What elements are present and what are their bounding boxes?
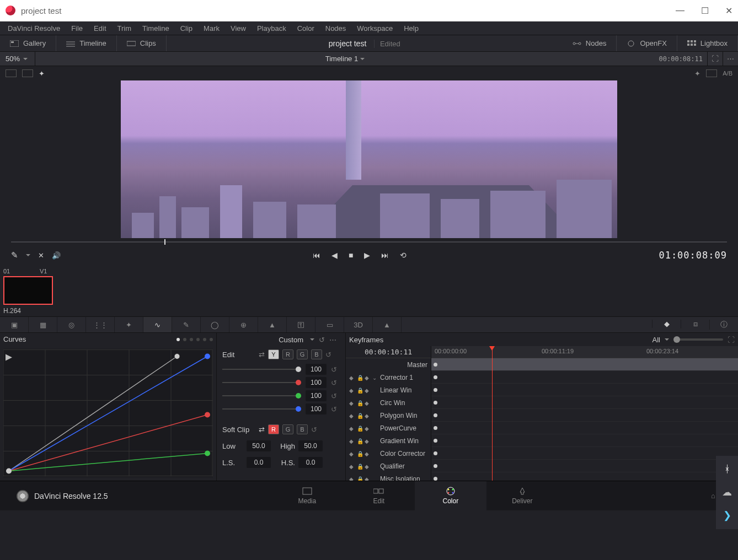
- menu-nodes[interactable]: Nodes: [320, 24, 352, 33]
- playhead-icon[interactable]: [164, 239, 165, 245]
- curves-mode[interactable]: Custom: [279, 336, 303, 344]
- keyframe-zoom-slider[interactable]: [673, 338, 723, 341]
- scrubber[interactable]: [0, 238, 738, 246]
- reset-icon[interactable]: ↺: [325, 351, 334, 359]
- timeline-selector[interactable]: Timeline 1: [35, 55, 655, 63]
- minimize-button[interactable]: —: [676, 6, 684, 16]
- expand-icon[interactable]: ⛶: [728, 336, 735, 344]
- menu-playback[interactable]: Playback: [252, 24, 292, 33]
- gallery-button[interactable]: Gallery: [0, 35, 56, 51]
- keyframe-track-gradientwin[interactable]: ◆🔒◆Gradient Win: [346, 434, 431, 447]
- color-match-tab[interactable]: ▦: [29, 317, 57, 332]
- menu-trim[interactable]: Trim: [112, 24, 137, 33]
- softclip-r-button[interactable]: R: [268, 424, 279, 434]
- channel-b-button[interactable]: B: [311, 349, 322, 359]
- primary-bars-tab[interactable]: ⋮⋮: [86, 317, 115, 332]
- play-button[interactable]: ▶: [364, 251, 370, 260]
- source-timecode[interactable]: 01:00:08:09: [659, 250, 727, 261]
- menu-file[interactable]: File: [66, 24, 88, 33]
- viewer[interactable]: [0, 80, 738, 238]
- intensity-b-value[interactable]: 100: [306, 403, 327, 414]
- intensity-r-value[interactable]: 100: [306, 377, 327, 388]
- split-left-button[interactable]: [6, 69, 17, 77]
- nodes-button[interactable]: Nodes: [563, 35, 617, 51]
- unmix-icon[interactable]: ✕: [38, 251, 44, 260]
- maximize-button[interactable]: ☐: [701, 6, 709, 16]
- keyframe-track-polygonwin[interactable]: ◆🔒◆Polygon Win: [346, 409, 431, 422]
- color-wheels-tab[interactable]: ◎: [57, 317, 86, 332]
- intensity-g-value[interactable]: 100: [306, 390, 327, 401]
- keyframe-timecode[interactable]: 00:00:10:11: [346, 346, 431, 358]
- cloud-icon[interactable]: ☁: [722, 486, 732, 498]
- openfx-button[interactable]: OpenFX: [617, 35, 677, 51]
- intensity-y-value[interactable]: 100: [306, 364, 327, 375]
- split-screen-button[interactable]: [706, 69, 717, 77]
- stereo-tab[interactable]: 3D: [344, 317, 373, 332]
- keyframes-filter[interactable]: All: [653, 336, 660, 344]
- reset-icon[interactable]: ↺: [331, 379, 340, 387]
- intensity-y-slider[interactable]: [222, 369, 301, 370]
- channel-r-button[interactable]: R: [282, 349, 293, 359]
- channel-y-button[interactable]: Y: [268, 349, 279, 359]
- options-icon[interactable]: ⋯: [329, 336, 336, 344]
- clips-button[interactable]: Clips: [117, 35, 167, 51]
- record-timecode[interactable]: 00:00:08:11: [655, 55, 707, 63]
- loop-button[interactable]: ⟲: [400, 251, 407, 260]
- ab-label[interactable]: A/B: [723, 70, 732, 77]
- keyframe-track-misc[interactable]: ◆🔒◆Misc Isolation: [346, 472, 431, 481]
- edit-page-tab[interactable]: Edit: [343, 481, 415, 510]
- menu-davinci[interactable]: DaVinci Resolve: [2, 24, 66, 33]
- menu-view[interactable]: View: [225, 24, 252, 33]
- reset-icon[interactable]: ↺: [319, 336, 325, 344]
- keyframe-ruler[interactable]: 00:00:00:00 00:00:11:19 00:00:23:14: [431, 346, 738, 358]
- keyframe-track-powercurve[interactable]: ◆🔒◆PowerCurve: [346, 422, 431, 434]
- window-tab[interactable]: ◯: [201, 317, 229, 332]
- intensity-r-slider[interactable]: [222, 382, 301, 383]
- data-burn-tab[interactable]: ▲: [373, 317, 402, 332]
- reset-icon[interactable]: ↺: [331, 405, 340, 413]
- highlight-wand-icon[interactable]: ✦: [39, 69, 45, 78]
- camera-raw-tab[interactable]: ▣: [0, 317, 29, 332]
- ls-value[interactable]: 0.0: [247, 457, 271, 468]
- expand-viewer-button[interactable]: ⛶: [707, 52, 723, 66]
- curve-editor[interactable]: [3, 349, 213, 477]
- keyframe-timeline[interactable]: 00:00:00:00 00:00:11:19 00:00:23:14: [431, 346, 738, 481]
- intensity-g-slider[interactable]: [222, 395, 301, 396]
- media-page-tab[interactable]: Media: [271, 481, 343, 510]
- first-frame-button[interactable]: ⏮: [313, 251, 320, 260]
- bluetooth-icon[interactable]: ᚼ: [724, 464, 730, 475]
- hs-value[interactable]: 0.0: [298, 457, 323, 468]
- menu-clip[interactable]: Clip: [175, 24, 198, 33]
- keyframe-track-qualifier[interactable]: ◆🔒◆Qualifier: [346, 460, 431, 472]
- image-wipe-icon[interactable]: ✦: [694, 69, 700, 78]
- deliver-page-tab[interactable]: Deliver: [486, 481, 558, 510]
- sizing-tab[interactable]: ▭: [315, 317, 344, 332]
- options-button[interactable]: ⋯: [723, 52, 738, 66]
- menu-workspace[interactable]: Workspace: [351, 24, 398, 33]
- menu-color[interactable]: Color: [292, 24, 320, 33]
- softclip-g-button[interactable]: G: [282, 424, 293, 434]
- keyframe-track-circwin[interactable]: ◆🔒◆Circ Win: [346, 396, 431, 409]
- prev-frame-button[interactable]: ◀: [331, 251, 338, 260]
- menu-help[interactable]: Help: [398, 24, 424, 33]
- clip-thumbnail[interactable]: [3, 276, 53, 305]
- key-tab[interactable]: ⚿: [287, 317, 315, 332]
- close-button[interactable]: ✕: [725, 6, 732, 16]
- menu-edit[interactable]: Edit: [88, 24, 111, 33]
- high-value[interactable]: 50.0: [298, 440, 323, 451]
- link-icon[interactable]: ⇄: [259, 426, 265, 434]
- menu-timeline[interactable]: Timeline: [137, 24, 175, 33]
- reset-icon[interactable]: ↺: [311, 426, 320, 434]
- curves-tab[interactable]: ∿: [143, 317, 172, 332]
- keyframe-mode-icon[interactable]: ◆: [652, 320, 681, 328]
- tracker-tab[interactable]: ⊕: [229, 317, 258, 332]
- lightbox-button[interactable]: Lightbox: [677, 35, 738, 51]
- zoom-dropdown[interactable]: 50%: [0, 52, 35, 66]
- log-wheels-tab[interactable]: ✦: [115, 317, 143, 332]
- curves-page-dots[interactable]: [177, 338, 213, 341]
- keyframe-playhead[interactable]: [492, 346, 493, 481]
- chevron-down-icon[interactable]: [310, 338, 314, 343]
- reset-icon[interactable]: ↺: [331, 392, 340, 400]
- menu-mark[interactable]: Mark: [198, 24, 225, 33]
- chevron-down-icon[interactable]: [26, 254, 30, 259]
